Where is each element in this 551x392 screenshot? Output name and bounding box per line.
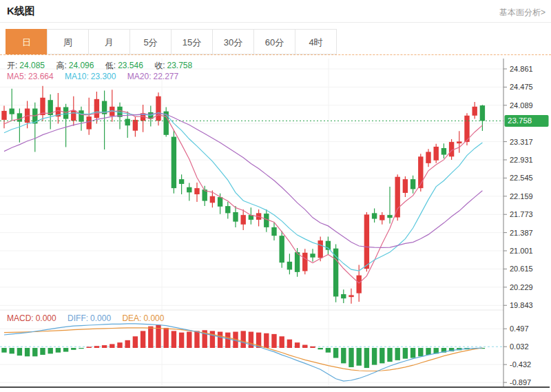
macd-bar [225,333,230,348]
candle-body [302,253,307,271]
macd-bar [187,332,191,348]
candle-body [357,276,362,293]
close-label: 收: [154,61,165,70]
close-value: 23.758 [167,61,193,70]
interval-tab-bar: 日 周 月 5分 15分 30分 60分 4时 [0,29,551,55]
tab-4hour[interactable]: 4时 [295,29,337,54]
macd-layer [1,324,485,381]
candle-body [287,262,292,270]
candle-body [218,197,222,207]
macd-bar [63,348,68,352]
candle-body [295,252,300,272]
macd-bar [426,348,430,355]
macd-bar [141,331,145,348]
macd-bar [241,331,246,348]
low-label: 低: [105,61,116,70]
macd-bar [148,327,153,348]
candle-body [71,110,76,121]
macd-bar [133,336,138,348]
candle-body [187,187,191,193]
macd-bar [40,348,45,355]
macd-bar [56,348,61,353]
candle-body [441,148,446,155]
tab-60min[interactable]: 60分 [253,29,295,54]
macd-bar [32,348,37,356]
candle-body [40,98,45,115]
candle-body [395,177,400,218]
candles-layer [1,86,485,304]
macd-bar [25,348,30,356]
ma5-label: MA5: [7,72,26,81]
macd-value: 0.000 [36,313,56,323]
candle-body [133,120,138,131]
open-value: 24.085 [19,61,45,70]
candle-body [1,111,6,120]
macd-bar [110,344,114,348]
candle-body [341,294,346,298]
ma20-label: MA20: [127,72,152,81]
ma-legend-bar: MA5:23.664 MA10:23.300 MA20:22.277 [7,72,187,81]
tab-30min[interactable]: 30分 [212,29,254,54]
dea-value: 0.000 [143,313,164,323]
macd-bar [102,345,107,348]
macd-bar [395,348,400,360]
tab-5min[interactable]: 5分 [129,29,171,54]
candle-body [125,119,130,126]
axis-tick-label: -0.432 [510,360,531,369]
axis-tick-label: -0.897 [510,378,531,386]
ma20-value: 22.277 [153,72,178,81]
ma10-label: MA10: [65,72,89,81]
ma10-line [4,111,482,271]
candle-body [241,215,246,225]
high-value: 24.096 [69,61,94,70]
macd-bar [264,333,269,348]
macd-bar [326,348,331,353]
candle-body [210,196,215,203]
tab-15min[interactable]: 15分 [171,29,213,54]
candle-body [63,107,68,118]
candle-body [280,236,284,262]
tab-day[interactable]: 日 [6,29,48,54]
candle-body [426,152,430,163]
candle-body [349,295,353,297]
macd-bar [271,334,276,348]
candle-body [225,206,230,213]
macd-bar [17,348,22,355]
candle-body [403,179,408,193]
macd-bar [71,348,76,350]
candle-body [410,179,415,189]
candle-body [179,179,184,184]
candle-body [17,113,22,121]
axis-tick-label: 21.387 [510,229,533,237]
macd-bar [87,347,92,348]
kline-chart[interactable]: 24.86124.47524.08923.31722.93122.54522.1… [0,56,551,389]
diff-label: DIFF: [67,313,88,323]
macd-bar [117,342,122,348]
macd-bar [387,348,392,362]
candle-body [233,212,238,222]
axis-tick-label: 22.545 [510,174,533,182]
macd-label: MACD: [7,313,34,323]
candle-body [171,137,176,189]
macd-bar [210,331,215,348]
candle-body [194,188,199,194]
candle-body [10,109,14,114]
axis-tick-label: 24.475 [510,83,533,91]
candle-body [156,96,160,121]
macd-bar [364,348,369,368]
axis-tick-label: 20.229 [510,283,533,291]
tab-month[interactable]: 月 [88,29,130,54]
fundamental-analysis-link[interactable]: 基本面分析> [499,7,545,19]
tab-week[interactable]: 周 [47,29,89,54]
axis-tick-label: 20.615 [510,265,533,273]
axis-tick-label: 21.773 [510,210,533,218]
macd-bar [295,342,300,348]
macd-bar [171,331,176,348]
current-price-value: 23.758 [508,116,532,125]
axis-tick-label: 22.931 [510,156,533,164]
macd-bar [94,346,99,348]
macd-legend-bar: MACD:0.000 DIFF:0.000 DEA:0.000 [7,313,173,323]
macd-bar [357,348,362,366]
macd-bar [79,348,83,349]
macd-bar [302,345,307,348]
